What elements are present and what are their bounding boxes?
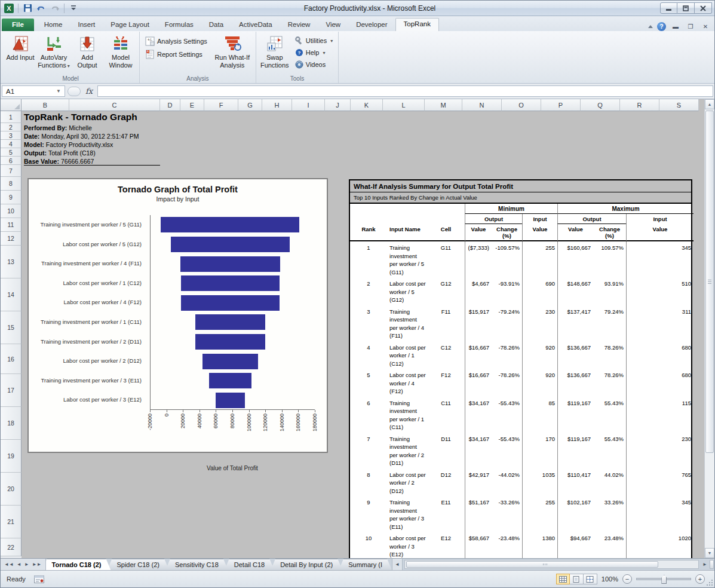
zoom-slider-thumb[interactable]: [661, 575, 667, 584]
close-icon[interactable]: [695, 2, 712, 14]
column-header-I[interactable]: I: [292, 99, 325, 111]
row-header-6[interactable]: 6: [1, 157, 22, 165]
row-header-15[interactable]: 15: [1, 311, 22, 344]
name-box[interactable]: A1 ▼: [2, 85, 65, 97]
column-header-D[interactable]: D: [160, 99, 180, 111]
column-header-N[interactable]: N: [462, 99, 502, 111]
row-header-14[interactable]: 14: [1, 278, 22, 311]
help-menu-button[interactable]: ? Help▾: [293, 48, 335, 57]
column-header-B[interactable]: B: [22, 99, 69, 111]
collapse-ribbon-icon[interactable]: [648, 25, 653, 28]
vertical-scroll-thumb[interactable]: [705, 111, 714, 453]
row-header-21[interactable]: 21: [1, 506, 22, 538]
qat-customize-icon[interactable]: [67, 3, 79, 14]
vertical-scrollbar[interactable]: ▲ ▼: [704, 99, 714, 558]
horizontal-scroll-thumb[interactable]: [406, 561, 658, 568]
vertical-scroll-track[interactable]: [705, 109, 714, 548]
analysis-settings-button[interactable]: +/- Analysis Settings: [143, 36, 209, 47]
row-header-5[interactable]: 5: [1, 148, 22, 157]
row-header-7[interactable]: 7: [1, 165, 22, 177]
redo-icon[interactable]: [49, 3, 61, 14]
ribbon-tab-data[interactable]: Data: [201, 19, 231, 31]
row-header-10[interactable]: 10: [1, 204, 22, 218]
row-header-9[interactable]: 9: [1, 191, 22, 204]
ribbon-tab-home[interactable]: Home: [36, 19, 70, 31]
normal-view-button[interactable]: [556, 574, 570, 584]
ribbon-tab-developer[interactable]: Developer: [348, 19, 395, 31]
swap-functions-button[interactable]: Swap Functions: [258, 32, 291, 75]
ribbon-tab-toprank[interactable]: TopRank: [395, 18, 439, 31]
add-output-button[interactable]: Add Output: [70, 32, 104, 75]
column-header-P[interactable]: P: [541, 99, 581, 111]
sheet-tab-tornado-c18-2-[interactable]: Tornado C18 (2): [46, 559, 111, 570]
add-input-button[interactable]: Add Input: [4, 32, 37, 75]
save-icon[interactable]: [22, 3, 33, 14]
column-header-O[interactable]: O: [502, 99, 541, 111]
column-header-G[interactable]: G: [238, 99, 262, 111]
row-header-11[interactable]: 11: [1, 218, 22, 232]
row-header-3[interactable]: 3: [1, 131, 22, 140]
scroll-down-icon[interactable]: ▼: [705, 548, 714, 558]
workbook-minimize-icon[interactable]: ▬: [670, 23, 681, 31]
minimize-icon[interactable]: [660, 2, 677, 14]
horizontal-scrollbar[interactable]: [404, 560, 699, 569]
sheet-tab-summary-i[interactable]: Summary (I: [339, 559, 392, 570]
model-window-button[interactable]: Model Window: [104, 32, 137, 75]
ribbon-tab-file[interactable]: File: [2, 19, 34, 31]
next-sheet-icon[interactable]: ►: [23, 562, 30, 567]
column-header-L[interactable]: L: [383, 99, 425, 111]
ribbon-tab-activedata[interactable]: ActiveData: [231, 19, 280, 31]
report-settings-button[interactable]: A Report Settings: [143, 49, 209, 60]
ribbon-tab-view[interactable]: View: [318, 19, 348, 31]
column-header-J[interactable]: J: [325, 99, 351, 111]
row-header-8[interactable]: 8: [1, 177, 22, 191]
tab-splitter-handle[interactable]: [710, 560, 714, 569]
column-header-H[interactable]: H: [262, 99, 292, 111]
tab-scroll-left-icon[interactable]: ◄: [392, 559, 403, 570]
scroll-up-icon[interactable]: ▲: [705, 99, 714, 109]
help-icon[interactable]: ?: [657, 22, 666, 31]
page-layout-view-button[interactable]: [570, 574, 584, 584]
videos-button[interactable]: Videos: [293, 60, 335, 69]
undo-icon[interactable]: [35, 3, 47, 14]
sheet-tab-detail-c18[interactable]: Detail C18: [225, 559, 274, 570]
sheet-tab-sensitivity-c18[interactable]: Sensitivity C18: [165, 559, 228, 570]
select-all-corner[interactable]: [1, 99, 22, 111]
tornado-chart[interactable]: Tornado Graph of Total Profit Impact by …: [27, 178, 328, 453]
row-header-19[interactable]: 19: [1, 440, 22, 473]
row-header-1[interactable]: 1: [1, 111, 22, 123]
row-header-16[interactable]: 16: [1, 344, 22, 374]
sheet-tab-spider-c18-2-[interactable]: Spider C18 (2): [107, 559, 169, 570]
prev-sheet-icon[interactable]: ◄: [16, 562, 23, 567]
row-header-18[interactable]: 18: [1, 407, 22, 440]
ribbon-tab-formulas[interactable]: Formulas: [157, 19, 201, 31]
formula-input[interactable]: [97, 85, 713, 97]
sheet-tab-detail-by-input-2-[interactable]: Detail By Input (2): [271, 559, 342, 570]
row-header-12[interactable]: 12: [1, 232, 22, 246]
resize-grip[interactable]: [706, 579, 713, 586]
ribbon-tab-page-layout[interactable]: Page Layout: [103, 19, 157, 31]
zoom-out-icon[interactable]: −: [622, 574, 632, 584]
grid-cells[interactable]: TopRank - Tornado Graph Performed By:Mic…: [22, 111, 704, 558]
row-header-17[interactable]: 17: [1, 374, 22, 407]
scroll-right-icon[interactable]: ►: [701, 559, 709, 570]
row-header-22[interactable]: 22: [1, 538, 22, 556]
column-header-F[interactable]: F: [204, 99, 238, 111]
insert-function-icon[interactable]: fx: [83, 87, 95, 96]
workbook-close-icon[interactable]: ✕: [700, 23, 711, 31]
run-whatif-analysis-button[interactable]: Run What-If Analysis: [211, 32, 254, 75]
column-header-Q[interactable]: Q: [581, 99, 620, 111]
row-header-2[interactable]: 2: [1, 123, 22, 131]
restore-icon[interactable]: [677, 2, 695, 14]
macro-record-icon[interactable]: [34, 575, 44, 583]
utilities-button[interactable]: Utilities▾: [293, 36, 335, 45]
workbook-restore-icon[interactable]: ❐: [685, 23, 696, 31]
zoom-in-icon[interactable]: +: [695, 574, 705, 584]
column-header-S[interactable]: S: [659, 99, 699, 111]
column-header-E[interactable]: E: [180, 99, 204, 111]
ribbon-tab-insert[interactable]: Insert: [70, 19, 103, 31]
page-break-view-button[interactable]: [584, 574, 597, 584]
first-sheet-icon[interactable]: ◄◄: [3, 562, 15, 567]
chevron-down-icon[interactable]: ▼: [56, 88, 61, 94]
column-header-C[interactable]: C: [69, 99, 160, 111]
